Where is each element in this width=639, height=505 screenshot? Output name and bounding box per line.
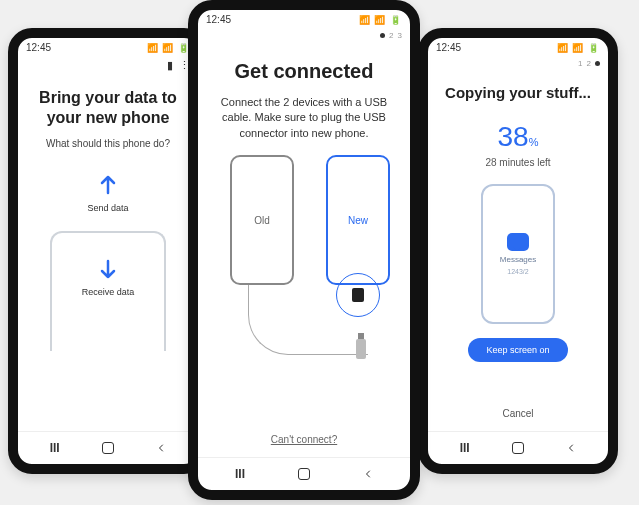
page-title: Get connected [235,60,374,83]
new-phone-label: New [348,215,368,226]
connection-illustration: Old New [208,155,400,365]
status-time: 12:45 [26,42,51,53]
usb-icon [356,339,366,359]
nav-bar: III [18,431,198,464]
receive-data-button[interactable]: Receive data [50,231,165,351]
old-phone-illustration: Old [230,155,294,285]
page-subtitle: What should this phone do? [46,138,170,149]
step-dot-3 [595,61,600,66]
status-icons: 📶 📶 🔋 [557,43,600,53]
category-label: Messages [500,255,536,264]
cancel-link[interactable]: Cancel [502,408,533,419]
step-dot-1 [380,33,385,38]
topbar: ▮ ⋮ [18,57,198,74]
status-bar: 12:45 📶 📶 🔋 [428,38,608,57]
phone-screen-1: 12:45 📶 📶 🔋 ▮ ⋮ Bring your data to your … [8,28,208,474]
time-remaining: 28 minutes left [485,157,550,168]
nav-recent-icon[interactable]: III [457,440,473,456]
keep-screen-on-button[interactable]: Keep screen on [468,338,567,362]
arrow-up-icon [96,173,120,197]
connector-icon [336,273,380,317]
status-bar: 12:45 📶 📶 🔋 [198,10,410,29]
step-indicator: 2 3 [198,29,410,42]
nav-home-icon[interactable] [100,440,116,456]
send-data-label: Send data [87,203,128,213]
status-bar: 12:45 📶 📶 🔋 [18,38,198,57]
messages-icon [507,233,529,251]
status-time: 12:45 [206,14,231,25]
sim-icon: ▮ [167,59,173,72]
phone-screen-2: 12:45 📶 📶 🔋 2 3 Get connected Connect th… [188,0,420,500]
status-icons: 📶 📶 🔋 [359,15,402,25]
progress-percent: 38% [498,121,539,153]
page-body: Connect the 2 devices with a USB cable. … [208,95,400,141]
page-title: Bring your data to your new phone [39,88,177,128]
step-label-2: 2 [587,59,591,68]
step-label-2: 2 [389,31,393,40]
new-phone-illustration: New [326,155,390,285]
status-icons: 📶 📶 🔋 [147,43,190,53]
step-indicator: 1 2 [428,57,608,70]
status-time: 12:45 [436,42,461,53]
nav-bar: III [428,431,608,464]
arrow-down-icon [96,257,120,281]
nav-recent-icon[interactable]: III [232,466,248,482]
old-phone-label: Old [254,215,270,226]
nav-bar: III [198,457,410,490]
step-label-1: 1 [578,59,582,68]
page-title: Copying your stuff... [445,84,591,103]
nav-recent-icon[interactable]: III [47,440,63,456]
nav-home-icon[interactable] [510,440,526,456]
cant-connect-link[interactable]: Can't connect? [271,434,337,445]
phone-screen-3: 12:45 📶 📶 🔋 1 2 Copying your stuff... 38… [418,28,618,474]
progress-illustration: Messages 1243/2 [481,184,555,324]
nav-back-icon[interactable] [153,440,169,456]
receive-data-label: Receive data [82,287,135,297]
category-count: 1243/2 [507,268,528,275]
send-data-button[interactable]: Send data [87,173,128,213]
step-label-3: 3 [398,31,402,40]
nav-back-icon[interactable] [563,440,579,456]
nav-home-icon[interactable] [296,466,312,482]
nav-back-icon[interactable] [360,466,376,482]
